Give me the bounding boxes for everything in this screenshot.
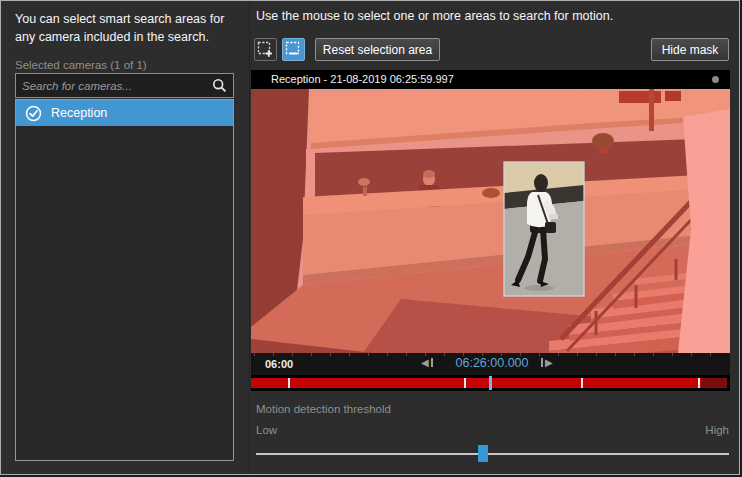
remove-area-icon (285, 41, 302, 58)
motion-dark-segment (701, 378, 727, 388)
camera-name: Reception (51, 106, 107, 120)
add-area-icon (257, 41, 274, 58)
motion-tick (698, 378, 700, 388)
timeline-playhead[interactable] (489, 376, 492, 390)
hide-mask-button[interactable]: Hide mask (651, 38, 729, 61)
motion-mask-overlay (251, 89, 730, 353)
remove-selection-area-button[interactable] (282, 38, 305, 61)
reset-selection-area-button[interactable]: Reset selection area (315, 38, 440, 61)
current-time-label: 06:26:00.000 (447, 356, 537, 370)
step-forward-icon: ▶ (545, 357, 553, 368)
add-selection-area-button[interactable] (254, 38, 277, 61)
video-title-bar: Reception - 21-08-2019 06:25:59.997 (251, 70, 730, 89)
reception-scene (251, 89, 730, 353)
status-dot-icon (712, 76, 719, 83)
camera-search-input[interactable] (22, 80, 212, 92)
threshold-slider-thumb[interactable] (478, 445, 488, 462)
threshold-low-label: Low (256, 424, 277, 436)
step-forward-button[interactable]: ▶ (541, 357, 553, 368)
timeline-ruler[interactable]: 06:00 ◀ 06:26:00.000 ▶ (251, 353, 730, 375)
motion-red-segment (251, 378, 701, 388)
camera-selection-panel: You can select smart search areas for an… (1, 1, 250, 474)
motion-timeline-bar[interactable] (251, 375, 730, 391)
selected-check-icon (25, 105, 42, 122)
threshold-slider[interactable] (256, 453, 729, 455)
timeline-start-label: 06:00 (265, 358, 293, 370)
search-icon (212, 78, 227, 93)
motion-tick (464, 378, 466, 388)
panel-intro-text: You can select smart search areas for an… (15, 11, 245, 47)
smart-search-dialog: You can select smart search areas for an… (0, 0, 740, 475)
step-backward-icon: ◀ (421, 357, 429, 368)
camera-search-box (15, 73, 234, 98)
video-viewer: Reception - 21-08-2019 06:25:59.997 (251, 70, 730, 391)
video-canvas[interactable] (251, 89, 730, 353)
motion-tick (581, 378, 583, 388)
step-backward-button[interactable]: ◀ (421, 357, 433, 368)
motion-instruction-text: Use the mouse to select one or more area… (256, 9, 613, 23)
threshold-high-label: High (701, 424, 729, 436)
camera-list: Reception (15, 99, 234, 461)
selected-cameras-label: Selected cameras (1 of 1) (15, 59, 147, 71)
video-title: Reception - 21-08-2019 06:25:59.997 (271, 73, 454, 85)
threshold-label: Motion detection threshold (256, 403, 391, 415)
motion-tick (288, 378, 290, 388)
camera-list-item-reception[interactable]: Reception (16, 100, 233, 126)
